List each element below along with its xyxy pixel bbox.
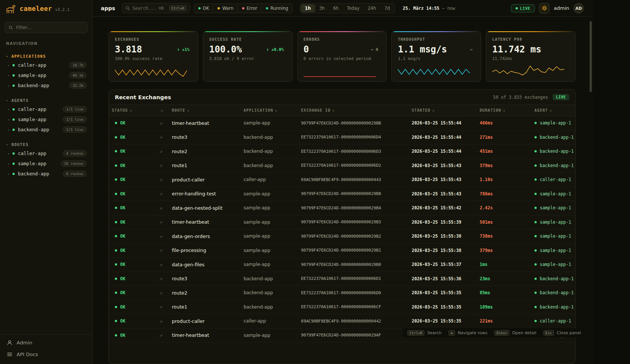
nav-section-header[interactable]: ▾ AGENTS bbox=[0, 97, 92, 104]
nav-item[interactable]: ▸ backend-app 1/1 live bbox=[0, 124, 92, 135]
nav-item[interactable]: ▸ caller-app 4 routes bbox=[0, 148, 92, 158]
status-filter-chip[interactable]: OK bbox=[194, 4, 213, 13]
column-header[interactable]: AGENT⇅ bbox=[531, 105, 575, 116]
row-application: caller-app bbox=[241, 173, 298, 187]
exchange-row[interactable]: OK ↗ file-processing sample-app 90799F47… bbox=[109, 243, 575, 258]
filter-input[interactable] bbox=[16, 25, 83, 30]
nav-item-badge: 1/1 live bbox=[63, 106, 87, 112]
camel-logo-icon bbox=[5, 4, 17, 14]
nav-section-header[interactable]: ▾ ROUTES bbox=[0, 141, 92, 148]
row-exchange-id: 90799F47E6CD24D-00000000000029B0 bbox=[298, 258, 409, 272]
trace-link-icon[interactable]: ↗ bbox=[159, 220, 162, 225]
section-title: APPLICATIONS bbox=[11, 54, 46, 58]
exchange-row[interactable]: OK ↗ route1 backend-app EE7322370A10617-… bbox=[109, 300, 575, 314]
date-range[interactable]: 25. März 14:55 — now bbox=[403, 6, 455, 11]
row-route: timer-heartbeat bbox=[169, 328, 241, 342]
status-filter-chip[interactable]: Warn bbox=[213, 4, 238, 13]
trace-link-icon[interactable]: ↗ bbox=[159, 249, 162, 253]
status-dot bbox=[115, 334, 117, 336]
column-header[interactable]: APPLICATION⇅ bbox=[241, 105, 298, 116]
trace-link-icon[interactable]: ↗ bbox=[159, 291, 162, 296]
trace-link-icon[interactable]: ↗ bbox=[159, 235, 162, 240]
row-agent-label: sample-app-1 bbox=[540, 120, 571, 126]
trace-link-icon[interactable]: ↗ bbox=[159, 305, 162, 310]
stat-sparkline bbox=[304, 63, 376, 78]
row-exchange-id: EE7322370A10617-00000000000006D2 bbox=[298, 158, 409, 173]
exchange-row[interactable]: OK ↗ route3 backend-app EE7322370A10617-… bbox=[109, 272, 575, 286]
time-range-button[interactable]: 6h bbox=[329, 4, 343, 12]
nav-item[interactable]: ▸ backend-app 32.2k bbox=[0, 80, 92, 91]
trace-link-icon[interactable]: ↗ bbox=[159, 164, 162, 169]
exchange-row[interactable]: OK ↗ timer-heartbeat sample-app 90799F47… bbox=[109, 116, 575, 131]
trace-link-icon[interactable]: ↗ bbox=[159, 150, 162, 155]
recent-exchanges-panel: Recent Exchanges 50 of 3.833 exchanges L… bbox=[108, 89, 576, 364]
time-range-button[interactable]: 24h bbox=[364, 4, 380, 12]
live-toggle[interactable]: LIVE bbox=[511, 4, 535, 12]
row-status-label: OK bbox=[120, 233, 125, 239]
row-started: 2026-03-25 15:55:42 bbox=[409, 201, 477, 215]
exchange-row[interactable]: OK ↗ route1 backend-app EE7322370A10617-… bbox=[109, 158, 575, 173]
status-filter-chip[interactable]: Error bbox=[238, 4, 261, 13]
status-filter-chip[interactable]: Running bbox=[261, 4, 292, 13]
time-range-button[interactable]: 1h bbox=[301, 4, 315, 12]
exchange-row[interactable]: OK ↗ route2 backend-app EE7322370A10617-… bbox=[109, 144, 575, 159]
column-header[interactable]: STATUS⇅ bbox=[109, 105, 156, 116]
sidebar-item-admin[interactable]: Admin bbox=[0, 337, 92, 349]
row-exchange-id: EE7322370A10617-00000000000006D3 bbox=[298, 144, 409, 159]
agent-dot bbox=[534, 193, 537, 195]
status-dot bbox=[115, 136, 117, 138]
time-range-button[interactable]: 7d bbox=[380, 4, 394, 12]
status-dot bbox=[115, 292, 117, 294]
exchange-row[interactable]: OK ↗ error-handling-test sample-app 9079… bbox=[109, 187, 575, 201]
column-label: AGENT bbox=[534, 108, 548, 112]
row-application: backend-app bbox=[241, 130, 298, 144]
exchanges-table: STATUS⇅ ⇅ ROUTE⇅ APPLICATION⇅ EXCHANGE I… bbox=[109, 104, 575, 342]
stat-subtext: 11.742ms bbox=[492, 56, 569, 61]
trace-link-icon[interactable]: ↗ bbox=[159, 178, 162, 183]
exchange-row[interactable]: OK ↗ data-gen-orders sample-app 90799F47… bbox=[109, 229, 575, 244]
exchange-row[interactable]: OK ↗ data-gen-files sample-app 90799F47E… bbox=[109, 258, 575, 272]
column-header[interactable]: ROUTE⇅ bbox=[169, 105, 241, 116]
stat-accent-bar bbox=[109, 31, 198, 32]
exchange-row[interactable]: OK ↗ product-caller caller-app 69AC90BF8… bbox=[109, 314, 575, 329]
trace-link-icon[interactable]: ↗ bbox=[159, 206, 162, 211]
exchange-row[interactable]: OK ↗ data-gen-nested-split sample-app 90… bbox=[109, 201, 575, 215]
scrollbar-thumb[interactable] bbox=[590, 21, 592, 92]
trace-link-icon[interactable]: ↗ bbox=[159, 277, 162, 282]
time-range-button[interactable]: Today bbox=[343, 4, 364, 12]
theme-toggle-button[interactable] bbox=[539, 3, 550, 14]
column-header[interactable]: ⇅ bbox=[156, 105, 169, 116]
exchange-row[interactable]: OK ↗ route2 backend-app EE7322370A10617-… bbox=[109, 286, 575, 300]
trace-link-icon[interactable]: ↗ bbox=[159, 135, 162, 140]
sidebar-filter[interactable] bbox=[5, 22, 88, 33]
exchange-row[interactable]: OK ↗ route3 backend-app EE7322370A10617-… bbox=[109, 130, 575, 144]
nav-item[interactable]: ▸ sample-app 84.1k bbox=[0, 70, 92, 80]
trace-link-icon[interactable]: ↗ bbox=[159, 121, 162, 126]
hint-label: Close panel bbox=[557, 330, 581, 335]
status-dot bbox=[115, 278, 117, 280]
exchange-row[interactable]: OK ↗ timer-heartbeat sample-app 90799F47… bbox=[109, 215, 575, 229]
agent-dot bbox=[534, 249, 537, 252]
nav-section-header[interactable]: ▾ APPLICATIONS bbox=[0, 52, 92, 60]
nav-item[interactable]: ▸ backend-app 6 routes bbox=[0, 169, 92, 179]
row-status-label: OK bbox=[120, 304, 125, 310]
sidebar-item-api-docs[interactable]: API Docs bbox=[0, 349, 92, 360]
nav-item[interactable]: ▸ sample-app 16 routes bbox=[0, 158, 92, 169]
column-header[interactable]: DURATION⇅ bbox=[477, 105, 531, 116]
search-input[interactable] bbox=[133, 6, 167, 11]
row-duration: 85ms bbox=[477, 286, 531, 300]
trace-link-icon[interactable]: ↗ bbox=[159, 192, 162, 197]
nav-item[interactable]: ▸ caller-app 10.7k bbox=[0, 60, 92, 70]
exchange-row[interactable]: OK ↗ product-caller caller-app 69AC90BF8… bbox=[109, 173, 575, 187]
trace-link-icon[interactable]: ↗ bbox=[159, 333, 162, 338]
trace-link-icon[interactable]: ↗ bbox=[159, 319, 162, 324]
avatar[interactable]: AD bbox=[573, 3, 584, 14]
scrollbar[interactable] bbox=[590, 18, 592, 362]
trace-link-icon[interactable]: ↗ bbox=[159, 263, 162, 268]
time-range-button[interactable]: 3h bbox=[315, 4, 329, 12]
column-header[interactable]: EXCHANGE ID⇅ bbox=[298, 105, 409, 116]
global-search[interactable]: Ctrl+K bbox=[122, 3, 190, 13]
column-header[interactable]: STARTED⇅ bbox=[409, 105, 477, 116]
nav-item[interactable]: ▸ caller-app 1/1 live bbox=[0, 104, 92, 114]
nav-item[interactable]: ▸ sample-app 1/1 live bbox=[0, 114, 92, 124]
